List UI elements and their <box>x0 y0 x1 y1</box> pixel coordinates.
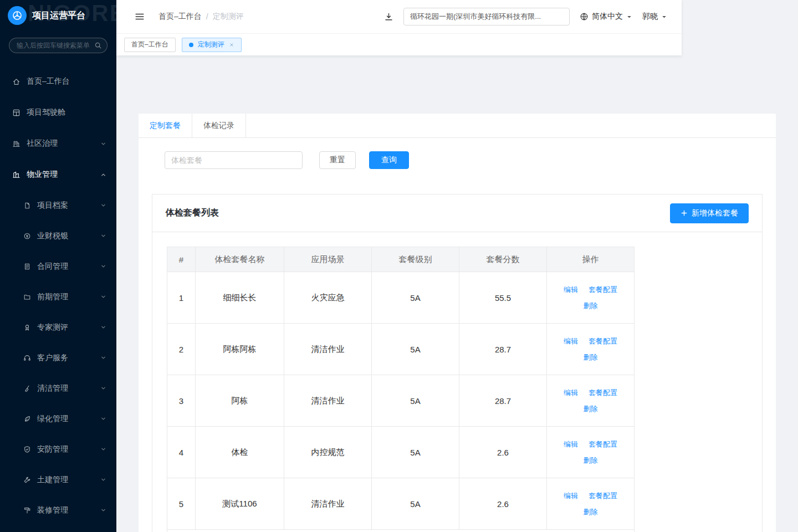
project-select[interactable]: 循环花园一期(深圳市美好循环科技有限... <box>403 8 570 25</box>
chevron-down-icon <box>100 446 106 452</box>
column-header: 操作 <box>547 247 635 272</box>
delete-link[interactable]: 删除 <box>584 456 598 466</box>
sidebar-item[interactable]: 物业管理 <box>0 159 116 190</box>
panel-head: 体检套餐列表 新增体检套餐 <box>152 195 762 232</box>
config-link[interactable]: 套餐配置 <box>589 336 617 346</box>
sidebar-subitem[interactable]: 土建管理 <box>0 464 116 495</box>
page-tab[interactable]: 首页–工作台 <box>124 38 176 52</box>
download-icon[interactable] <box>384 12 393 22</box>
config-link[interactable]: 套餐配置 <box>589 285 617 295</box>
sidebar-subitem[interactable]: 安防管理 <box>0 434 116 464</box>
badge-icon <box>23 324 31 331</box>
app-title: 项目运营平台 <box>32 10 85 22</box>
cell-score: 2.6 <box>459 478 547 530</box>
edit-link[interactable]: 编辑 <box>564 388 578 398</box>
cell-package-name: 测试1106 <box>196 478 284 530</box>
delete-link[interactable]: 删除 <box>584 301 598 311</box>
cell-index: 2 <box>167 324 196 375</box>
menu-item-label: 装修管理 <box>37 505 68 515</box>
menu-collapse-icon[interactable] <box>135 12 145 22</box>
delete-link[interactable]: 删除 <box>584 507 598 517</box>
cell-index: 3 <box>167 375 196 427</box>
sidebar-item[interactable]: 社区治理 <box>0 128 116 159</box>
sidebar-subitem[interactable]: 装修管理 <box>0 495 116 525</box>
cell-score: 2.6 <box>459 427 547 478</box>
search-icon[interactable] <box>94 42 102 49</box>
config-link[interactable]: 套餐配置 <box>589 439 617 449</box>
column-header: # <box>167 247 196 272</box>
chevron-down-icon <box>100 233 106 239</box>
menu-item-label: 首页–工作台 <box>27 76 70 86</box>
chevron-down-icon <box>100 324 106 330</box>
sidebar-subitem[interactable]: 项目档案 <box>0 190 116 221</box>
card-tab[interactable]: 体检记录 <box>192 114 246 137</box>
main: 定制套餐体检记录 重置 查询 体检套餐列表 新增体检套餐 <box>116 55 798 532</box>
edit-link[interactable]: 编辑 <box>564 439 578 449</box>
cell-scene: 火灾应急 <box>284 272 372 324</box>
sidebar-subitem[interactable]: 绿化管理 <box>0 403 116 434</box>
language-label: 简体中文 <box>592 12 623 22</box>
menu-item-label: 前期管理 <box>37 292 68 302</box>
package-search-input[interactable] <box>165 151 303 169</box>
username: 郭晓 <box>642 12 658 22</box>
card-tab[interactable]: 定制套餐 <box>139 114 192 137</box>
table-row: 4体检内控规范5A2.6 编辑 套餐配置 删除 <box>167 427 635 478</box>
reset-button[interactable]: 重置 <box>319 151 356 169</box>
close-icon[interactable] <box>229 42 234 48</box>
cell-scene: 清洁作业 <box>284 324 372 375</box>
sidebar-item[interactable]: 项目驾驶舱 <box>0 97 116 128</box>
edit-link[interactable]: 编辑 <box>564 491 578 501</box>
config-link[interactable]: 套餐配置 <box>589 491 617 501</box>
cell-level: 5A <box>372 324 459 375</box>
column-header: 体检套餐名称 <box>196 247 284 272</box>
search-button[interactable]: 查询 <box>369 151 409 169</box>
table-header-row: #体检套餐名称应用场景套餐级别套餐分数操作 <box>167 247 635 272</box>
cell-actions: 编辑 套餐配置 删除 <box>547 375 635 427</box>
cell-score: 55.5 <box>459 272 547 324</box>
column-header: 套餐分数 <box>459 247 547 272</box>
package-table: #体检套餐名称应用场景套餐级别套餐分数操作 1细细长长火灾应急5A55.5 编辑… <box>167 247 635 532</box>
add-package-label: 新增体检套餐 <box>692 208 738 218</box>
menu-item-label: 客户服务 <box>37 353 68 363</box>
header: 首页–工作台 / 定制测评 循环花园一期(深圳市美好循环科技有限... 简体中文 <box>116 0 682 55</box>
user-menu[interactable]: 郭晓 <box>642 12 667 22</box>
menu-search-input[interactable] <box>9 38 108 53</box>
sidebar-subitem[interactable]: 清洁管理 <box>0 373 116 403</box>
sidebar-subitem[interactable]: 前期管理 <box>0 282 116 312</box>
delete-link[interactable]: 删除 <box>584 404 598 414</box>
table-wrap: #体检套餐名称应用场景套餐级别套餐分数操作 1细细长长火灾应急5A55.5 编辑… <box>152 232 762 532</box>
delete-link[interactable]: 删除 <box>584 352 598 362</box>
community-icon <box>12 140 21 148</box>
table-row: 1细细长长火灾应急5A55.5 编辑 套餐配置 删除 <box>167 272 635 324</box>
cell-actions: 编辑 套餐配置 删除 <box>547 272 635 324</box>
page-tab[interactable]: 定制测评 <box>182 38 242 52</box>
topbar-right: 循环花园一期(深圳市美好循环科技有限... 简体中文 郭晓 <box>384 8 667 25</box>
caret-down-icon <box>661 14 667 20</box>
sidebar-item[interactable]: 首页–工作台 <box>0 66 116 97</box>
edit-link[interactable]: 编辑 <box>564 285 578 295</box>
paint-icon <box>23 507 31 514</box>
cell-index: 4 <box>167 427 196 478</box>
file-icon <box>23 202 31 209</box>
breadcrumb-home[interactable]: 首页–工作台 <box>158 12 202 22</box>
package-list-panel: 体检套餐列表 新增体检套餐 <box>152 194 763 532</box>
sidebar-subitem[interactable]: 业财税银 <box>0 221 116 251</box>
chevron-down-icon <box>100 477 106 483</box>
config-link[interactable]: 套餐配置 <box>589 388 617 398</box>
sidebar-subitem[interactable]: 合同管理 <box>0 251 116 282</box>
globe-icon <box>580 12 589 21</box>
language-switcher[interactable]: 简体中文 <box>580 12 632 22</box>
add-package-button[interactable]: 新增体检套餐 <box>670 203 749 223</box>
page-tab-label: 首页–工作台 <box>131 40 168 49</box>
cell-package-name: 阿栋 <box>196 375 284 427</box>
content-card: 定制套餐体检记录 重置 查询 体检套餐列表 新增体检套餐 <box>139 114 776 532</box>
chevron-down-icon <box>100 507 106 513</box>
edit-link[interactable]: 编辑 <box>564 336 578 346</box>
cell-score: 28.7 <box>459 375 547 427</box>
sidebar-subitem[interactable]: 客户服务 <box>0 342 116 373</box>
sidebar-subitem[interactable]: 专家测评 <box>0 312 116 342</box>
cell-scene: 内控规范 <box>284 427 372 478</box>
column-header: 应用场景 <box>284 247 372 272</box>
logo-row[interactable]: NIGORE 项目运营平台 <box>0 3 116 28</box>
sidebar-search <box>9 38 108 53</box>
